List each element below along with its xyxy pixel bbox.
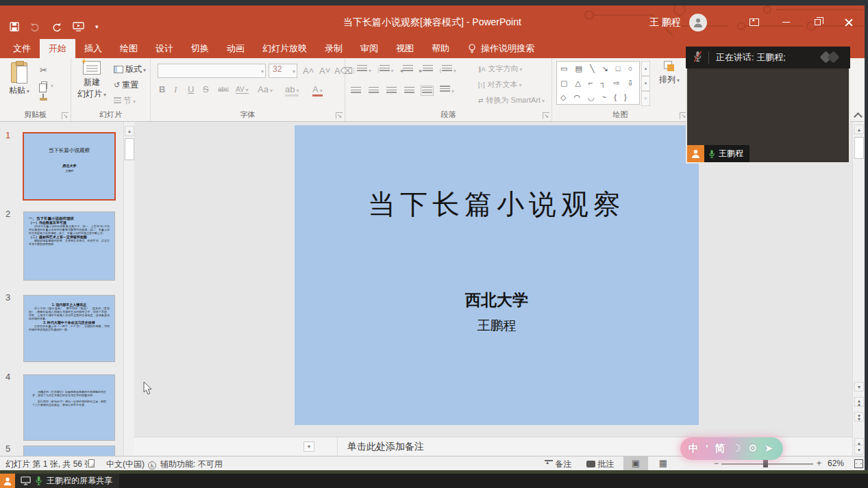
- zoom-in-button[interactable]: +: [817, 459, 821, 468]
- normal-view-button[interactable]: ▣: [623, 457, 648, 470]
- thumbnail-slide-3[interactable]: 1. 现代都市之人情百态 这十年的《烟火漫卷》、贾平凹的《暂坐》、笛安的《景恒街…: [24, 296, 114, 361]
- thumbnail-scrollbar[interactable]: ▲: [123, 122, 134, 456]
- tab-animations[interactable]: 动画: [218, 39, 253, 58]
- align-text-button[interactable]: [↕]对齐文本: [478, 79, 522, 90]
- tab-view[interactable]: 视图: [387, 39, 423, 58]
- account-area[interactable]: 王 鹏程: [649, 14, 707, 31]
- meeting-overlay-header[interactable]: 正在讲话: 王鹏程;: [686, 47, 850, 68]
- new-slide-button[interactable]: 新建 幻灯片: [75, 61, 108, 100]
- shapes-gallery[interactable]: ▭ ▤ ╲ ↘ □ ○ ▢ △ ⌐ ┐ ⇨ ⇩ ◇ ◠ ◡ ~ { }: [556, 61, 640, 105]
- tell-me-search[interactable]: 操作说明搜索: [468, 39, 534, 58]
- next-slide-button[interactable]: ▼▼: [854, 412, 864, 422]
- slide-editor-area[interactable]: 当下长篇小说观察 西北大学 王鹏程: [134, 122, 852, 437]
- editor-scrollbar[interactable]: ▲ ▼ ▲▲ ▼▼ ▲ ▼: [852, 122, 865, 456]
- ribbon-display-options-button[interactable]: [739, 5, 770, 39]
- character-spacing-button[interactable]: AV: [236, 86, 249, 94]
- font-dialog-launcher[interactable]: ↘: [336, 112, 343, 119]
- increase-indent-button[interactable]: ▸: [419, 65, 433, 75]
- zoom-level[interactable]: 62%: [828, 459, 844, 468]
- convert-smartart-button[interactable]: ⇄转换为 SmartArt: [478, 95, 545, 105]
- align-left-button[interactable]: [351, 87, 361, 94]
- thumbnail-slide-4[interactable]: 冯骥才的《艺术家们》以钢笔和画笔两种不同笔触叙写艺术，讲述了几代艺术家们的生活与…: [24, 375, 114, 440]
- font-name-combo[interactable]: ▾: [158, 64, 266, 78]
- paragraph-dialog-launcher[interactable]: ↘: [543, 112, 549, 119]
- align-center-button[interactable]: [369, 87, 379, 94]
- tab-transitions[interactable]: 切换: [182, 39, 218, 58]
- thumbnail-slide-5[interactable]: [24, 446, 114, 456]
- thumbnail-scroll-up-icon[interactable]: ▲: [125, 126, 134, 136]
- justify-button[interactable]: [404, 87, 414, 94]
- zoom-out-button[interactable]: −: [714, 459, 719, 468]
- minimize-button[interactable]: [770, 5, 802, 39]
- slide-sorter-view-button[interactable]: ▦: [651, 457, 675, 470]
- slide-author[interactable]: 王鹏程: [295, 317, 699, 335]
- numbering-button[interactable]: ⁞: [377, 65, 394, 75]
- powerpoint-titlebar[interactable]: ▾ 当下长篇小说观察[兼容模式] - PowerPoint 王 鹏程: [0, 5, 865, 39]
- slide-counter[interactable]: 幻灯片 第 1 张, 共 56 张: [5, 459, 92, 470]
- clipboard-dialog-launcher[interactable]: ↘: [62, 112, 69, 119]
- columns-button[interactable]: [440, 86, 454, 95]
- meeting-overlay-panel[interactable]: 正在讲话: 王鹏程; 王鹏程: [686, 47, 850, 164]
- meeting-video-tile[interactable]: 王鹏程: [686, 68, 850, 164]
- thumbnail-slide-1[interactable]: 当下长篇小说观察 西北大学 王鹏程: [24, 133, 114, 199]
- font-color-button[interactable]: A: [312, 84, 323, 97]
- tab-home[interactable]: 开始: [40, 39, 75, 58]
- section-button[interactable]: 节: [114, 95, 136, 107]
- slide-canvas[interactable]: 当下长篇小说观察 西北大学 王鹏程: [295, 125, 699, 425]
- layout-button[interactable]: 版式: [114, 64, 146, 75]
- editor-scrollbar-thumb[interactable]: [854, 137, 864, 159]
- text-highlight-button[interactable]: ab: [285, 84, 299, 97]
- strikethrough-button[interactable]: S: [203, 84, 209, 94]
- copy-button[interactable]: [38, 80, 53, 90]
- screen-share-indicator[interactable]: 王鹏程的屏幕共享: [15, 474, 119, 488]
- tab-design[interactable]: 设计: [147, 39, 182, 58]
- notes-scroll-down-icon[interactable]: ▼: [854, 445, 864, 454]
- underline-button[interactable]: U: [188, 84, 194, 94]
- tab-insert[interactable]: 插入: [75, 39, 111, 58]
- change-case-button[interactable]: Aa: [258, 84, 273, 94]
- tab-file[interactable]: 文件: [4, 39, 40, 58]
- format-painter-button[interactable]: [40, 95, 47, 101]
- shapes-scroll-down-icon[interactable]: ▾: [641, 76, 650, 91]
- grow-font-button[interactable]: A˄: [303, 66, 314, 76]
- language-indicator[interactable]: 中文(中国): [106, 459, 145, 470]
- scroll-up-icon[interactable]: ▲: [854, 125, 864, 134]
- text-direction-button[interactable]: ∥A文字方向: [478, 64, 523, 74]
- accessibility-status[interactable]: 辅助功能: 不可用: [160, 459, 223, 470]
- avatar[interactable]: [689, 14, 707, 31]
- align-right-button[interactable]: [386, 87, 397, 94]
- thumbnail-scrollbar-thumb[interactable]: [125, 138, 134, 160]
- shapes-more-icon[interactable]: ▿: [641, 91, 650, 106]
- tab-help[interactable]: 帮助: [423, 39, 458, 58]
- distribute-button[interactable]: [422, 87, 432, 94]
- notes-collapse-icon[interactable]: ▼: [303, 441, 314, 452]
- tab-review[interactable]: 审阅: [351, 39, 387, 58]
- paste-button[interactable]: 粘贴: [3, 61, 36, 97]
- font-size-combo[interactable]: 32▾: [269, 64, 297, 78]
- line-spacing-button[interactable]: ↕: [439, 65, 457, 75]
- restore-button[interactable]: [802, 5, 833, 39]
- slide-organization[interactable]: 西北大学: [295, 290, 699, 311]
- zoom-slider-thumb[interactable]: [763, 460, 768, 467]
- shrink-font-button[interactable]: A˅: [319, 66, 330, 76]
- bold-button[interactable]: B: [159, 84, 165, 94]
- close-button[interactable]: [833, 5, 865, 39]
- cut-button[interactable]: ✂: [40, 65, 47, 75]
- thumbnail-slide-2[interactable]: 一、当下长篇小说创作现状 （一）作品数量非常可观 2018年长篇小说的出版数量居…: [24, 212, 114, 280]
- notes-placeholder[interactable]: 单击此处添加备注: [347, 441, 424, 453]
- arrange-button[interactable]: 排列: [654, 61, 685, 86]
- tab-draw[interactable]: 绘图: [111, 39, 147, 58]
- slide-title[interactable]: 当下长篇小说观察: [295, 185, 699, 223]
- notes-toggle-button[interactable]: 备注: [545, 459, 571, 470]
- comments-toggle-button[interactable]: 批注: [586, 459, 614, 470]
- scroll-down-icon[interactable]: ▼: [854, 382, 864, 391]
- share-participant-icon[interactable]: [0, 474, 15, 488]
- bullets-button[interactable]: ⋮: [351, 65, 371, 75]
- tab-slideshow[interactable]: 幻灯片放映: [253, 39, 316, 58]
- ime-status-pill[interactable]: 中 ’ 简 ☽ ⚙ ➤: [680, 437, 783, 460]
- tab-record[interactable]: 录制: [316, 39, 351, 58]
- previous-slide-button[interactable]: ▲▲: [854, 397, 864, 407]
- shapes-scroll-up-icon[interactable]: ▴: [641, 61, 650, 76]
- italic-button[interactable]: I: [174, 84, 177, 95]
- double-strike-button[interactable]: abc: [218, 86, 229, 93]
